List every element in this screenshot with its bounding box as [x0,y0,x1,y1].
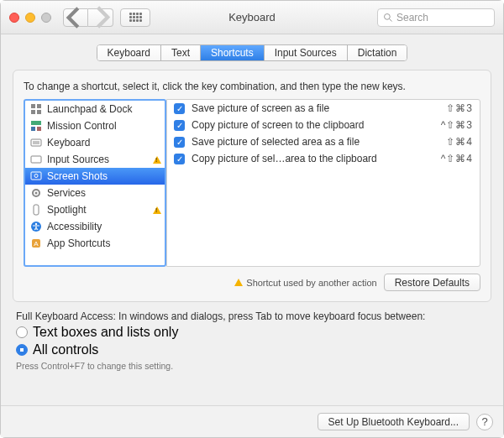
svg-rect-3 [37,104,41,108]
minimize-button[interactable] [25,13,35,23]
category-label: Spotlight [47,204,87,216]
warning-icon [153,156,161,164]
tab-bar: KeyboardTextShortcutsInput SourcesDictat… [97,44,408,61]
forward-button[interactable] [88,8,113,27]
svg-point-14 [34,175,38,178]
fka-note: Press Control+F7 to change this setting. [16,361,488,371]
search-placeholder: Search [396,12,428,23]
svg-point-16 [35,192,38,195]
radio-button[interactable] [16,326,28,338]
window-controls [9,13,51,23]
category-label: Input Sources [47,154,109,165]
show-all-button[interactable] [120,8,150,27]
radio-label: All controls [33,342,98,357]
gear-icon [30,187,42,199]
shortcut-list[interactable]: ✓Save picture of screen as a file⇧⌘3✓Cop… [166,99,480,267]
spotlight-icon [30,204,42,216]
checkbox[interactable]: ✓ [174,137,185,148]
search-icon [383,13,393,23]
shortcut-keys[interactable]: ⇧⌘4 [446,136,473,148]
zoom-button[interactable] [41,13,51,23]
shortcut-row[interactable]: ✓Save picture of screen as a file⇧⌘3 [167,100,480,117]
shortcut-keys[interactable]: ^⇧⌘3 [441,119,473,131]
svg-rect-4 [31,110,35,114]
radio-text-boxes-only[interactable]: Text boxes and lists only [16,325,503,340]
category-services[interactable]: Services [25,185,165,201]
svg-point-19 [35,223,37,225]
launchpad-icon [30,103,42,115]
shortcut-row[interactable]: ✓Copy picture of screen to the clipboard… [167,117,480,133]
category-label: Launchpad & Dock [47,103,132,115]
svg-line-1 [390,18,392,21]
search-input[interactable]: Search [377,8,495,27]
titlebar: Keyboard Search [1,1,503,34]
tab-keyboard[interactable]: Keyboard [97,45,161,60]
back-button[interactable] [63,8,88,27]
category-launchpad-dock[interactable]: Launchpad & Dock [25,101,165,117]
shortcut-row[interactable]: ✓Copy picture of sel…area to the clipboa… [167,150,480,167]
checkbox[interactable]: ✓ [174,154,185,164]
warning-icon [234,279,243,286]
full-keyboard-access-heading: Full Keyboard Access: In windows and dia… [16,310,488,322]
checkbox[interactable]: ✓ [174,103,185,114]
tab-input-sources[interactable]: Input Sources [265,45,348,60]
category-screen-shots[interactable]: Screen Shots [25,168,165,185]
category-label: Mission Control [47,120,117,132]
checkbox[interactable]: ✓ [174,120,185,131]
category-keyboard[interactable]: Keyboard [25,134,165,151]
shortcut-label: Save picture of selected area as a file [192,136,360,148]
radio-button[interactable] [16,344,28,356]
category-mission-control[interactable]: Mission Control [25,117,165,134]
setup-bluetooth-keyboard-button[interactable]: Set Up Bluetooth Keyboard... [318,413,470,430]
shortcut-label: Copy picture of screen to the clipboard [192,119,364,131]
screenshot-icon [30,170,42,182]
warning-icon [153,206,161,214]
svg-rect-2 [31,104,35,108]
input-icon [30,154,42,165]
tab-dictation[interactable]: Dictation [348,45,407,60]
close-button[interactable] [9,13,19,23]
svg-rect-17 [34,205,39,215]
category-label: Accessibility [47,221,102,232]
help-button[interactable]: ? [476,414,493,430]
shortcut-keys[interactable]: ^⇧⌘4 [441,153,473,164]
category-spotlight[interactable]: Spotlight [25,201,165,218]
category-input-sources[interactable]: Input Sources [25,151,165,168]
category-label: App Shortcuts [47,237,110,249]
shortcut-keys[interactable]: ⇧⌘3 [446,102,473,114]
svg-rect-7 [31,127,35,131]
category-list[interactable]: Launchpad & DockMission ControlKeyboardI… [24,99,166,267]
category-app-shortcuts[interactable]: AApp Shortcuts [25,235,165,252]
app-icon: A [30,237,42,249]
category-label: Services [47,187,86,199]
svg-rect-5 [37,110,41,114]
tab-shortcuts[interactable]: Shortcuts [201,45,265,60]
mission-icon [30,120,42,132]
radio-all-controls[interactable]: All controls [16,342,503,357]
tab-text[interactable]: Text [161,45,201,60]
shortcut-label: Save picture of screen as a file [192,102,329,114]
svg-rect-6 [31,121,41,125]
svg-rect-12 [31,156,41,163]
svg-rect-8 [37,127,41,131]
radio-label: Text boxes and lists only [33,325,178,340]
svg-rect-13 [31,172,41,180]
restore-defaults-button[interactable]: Restore Defaults [384,274,480,291]
shortcut-row[interactable]: ✓Save picture of selected area as a file… [167,133,480,150]
accessibility-icon [30,221,42,232]
svg-rect-9 [31,139,41,146]
keyboard-icon [30,137,42,149]
svg-text:A: A [34,240,39,248]
shortcuts-panel: To change a shortcut, select it, click t… [13,70,491,302]
footer: Set Up Bluetooth Keyboard... ? [1,405,503,437]
category-label: Screen Shots [47,170,108,182]
svg-point-0 [385,13,391,19]
conflict-note: Shortcut used by another action [234,278,376,288]
category-label: Keyboard [47,137,90,149]
category-accessibility[interactable]: Accessibility [25,218,165,235]
instruction-text: To change a shortcut, select it, click t… [24,81,480,92]
shortcut-label: Copy picture of sel…area to the clipboar… [192,153,377,164]
